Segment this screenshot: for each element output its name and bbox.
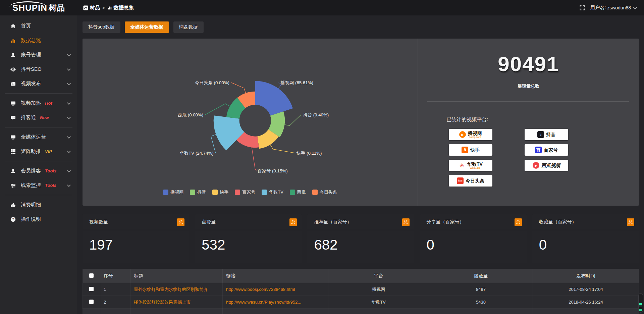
breadcrumb: 树品 > 数据总览 <box>83 5 134 11</box>
video-table: 序号标题链接平台播放量发布时间1室外水纹灯和室内水纹灯的区别和简介http://… <box>83 269 639 314</box>
sidebar-item-tag: Hot <box>45 101 52 106</box>
sidebar: 首页数据总览账号管理抖音SEO视频发布视频加热Hot抖客通New全媒体运营矩阵助… <box>0 15 77 314</box>
pie-slice-华数TV[interactable] <box>214 115 244 150</box>
legend-item-抖音[interactable]: 抖音 <box>190 189 206 195</box>
platform-badge-西瓜视频: ▶西瓜视频 <box>525 160 568 171</box>
widget-stripes-icon <box>639 303 642 311</box>
sidebar-item-抖音SEO[interactable]: 抖音SEO <box>0 62 77 76</box>
column-header-序号: 序号 <box>100 269 130 283</box>
username-value: zswodun88 <box>607 5 631 10</box>
username-menu[interactable]: 用户名: zswodun88 <box>590 5 637 11</box>
data-tabs: 抖音seo数据全媒体运营数据询盘数据 <box>83 21 639 33</box>
breadcrumb-current-label: 数据总览 <box>114 5 134 11</box>
sidebar-item-消费明细[interactable]: 消费明细 <box>0 198 77 212</box>
sidebar-item-抖客通[interactable]: 抖客通New <box>0 110 77 125</box>
sidebar-item-线索监控[interactable]: 线索监控Tools <box>0 178 77 193</box>
stat-card-value: 0 <box>532 230 639 253</box>
sidebar-item-全媒体运营[interactable]: 全媒体运营 <box>0 130 77 144</box>
sidebar-item-label: 消费明细 <box>21 202 41 208</box>
cell-title[interactable]: 楼体投影灯投影效果震撼上市 <box>130 296 223 309</box>
sidebar-item-首页[interactable]: 首页 <box>0 19 77 33</box>
chart-legend: 播视网抖音快手百家号华数TV西瓜今日头条 <box>83 179 418 206</box>
total-badge: 总 <box>177 218 184 226</box>
legend-item-播视网[interactable]: 播视网 <box>163 189 183 195</box>
stat-card-header: 收藏量（百家号）总 <box>532 214 639 230</box>
total-impressions-value: 90491 <box>418 52 639 76</box>
pie-label-line-华数TV <box>211 135 216 153</box>
home-icon <box>10 23 16 29</box>
column-header-发布时间: 发布时间 <box>533 269 639 283</box>
legend-item-西瓜[interactable]: 西瓜 <box>290 189 306 195</box>
cell-link[interactable]: http://www.wasu.cn/Play/show/id/952... <box>223 296 328 309</box>
app-logo[interactable]: SHUPIN 树品 <box>0 0 77 15</box>
monitor-icon <box>10 135 16 140</box>
legend-swatch <box>190 190 195 195</box>
chevron-down-icon <box>67 67 71 70</box>
breadcrumb-current[interactable]: 数据总览 <box>107 5 134 11</box>
sidebar-item-会员爆客[interactable]: 会员爆客Tools <box>0 164 77 178</box>
row-checkbox[interactable] <box>89 300 94 304</box>
legend-item-华数TV[interactable]: 华数TV <box>262 189 283 195</box>
help-icon: ? <box>10 217 16 222</box>
fullscreen-icon[interactable] <box>580 5 585 10</box>
legend-item-今日头条[interactable]: 今日头条 <box>312 189 337 195</box>
legend-item-快手[interactable]: 快手 <box>212 189 228 195</box>
pie-slice-播视网[interactable] <box>255 81 293 116</box>
legend-swatch <box>290 190 295 195</box>
row-checkbox[interactable] <box>89 287 94 291</box>
tab-抖音seo数据[interactable]: 抖音seo数据 <box>83 21 120 33</box>
row-select-cell <box>83 283 100 296</box>
sidebar-item-label: 全媒体运营 <box>21 134 46 140</box>
play-icon: ▶ <box>533 162 539 169</box>
platform-subtext: boosj.com <box>469 136 481 139</box>
sidebar-divider <box>5 195 72 195</box>
pie-label-line-快手 <box>270 145 294 153</box>
stat-card-视频数量: 视频数量总197 <box>83 214 189 263</box>
platforms-label: 已统计的视频平台: <box>446 116 639 123</box>
total-badge: 总 <box>402 218 410 226</box>
sidebar-item-label: 账号管理 <box>21 52 41 58</box>
sidebar-item-矩阵助推[interactable]: 矩阵助推VIP <box>0 144 77 159</box>
platform-name: 播视网 <box>468 131 482 136</box>
stat-card-header: 推荐量（百家号）总 <box>307 214 414 230</box>
cell-link[interactable]: http://www.boosj.com/7338468.html <box>223 283 328 296</box>
select-all-checkbox[interactable] <box>89 273 94 278</box>
username-label: 用户名: <box>590 5 606 11</box>
chat-icon <box>10 115 16 120</box>
sidebar-item-label: 首页 <box>21 23 31 29</box>
sidebar-item-tag: VIP <box>45 149 52 154</box>
sidebar-divider <box>5 93 72 94</box>
play-icon: ▶ <box>459 131 466 138</box>
legend-label: 抖音 <box>197 189 206 195</box>
chevron-down-icon <box>67 115 71 119</box>
platform-name: 百家号 <box>544 148 558 152</box>
sidebar-item-账号管理[interactable]: 账号管理 <box>0 48 77 62</box>
sidebar-item-视频发布[interactable]: 视频发布 <box>0 76 77 91</box>
row-select-cell <box>83 296 100 309</box>
legend-swatch <box>312 190 318 195</box>
legend-label: 播视网 <box>170 189 183 195</box>
platform-name: 华数TV <box>467 162 483 166</box>
tab-全媒体运营数据[interactable]: 全媒体运营数据 <box>125 21 169 33</box>
chevron-down-icon <box>67 81 71 85</box>
tab-询盘数据[interactable]: 询盘数据 <box>173 21 204 33</box>
sidebar-item-label: 视频加热 <box>21 100 41 106</box>
sidebar-item-数据总览[interactable]: 数据总览 <box>0 33 77 48</box>
breadcrumb-root[interactable]: 树品 <box>83 5 100 11</box>
breadcrumb-separator: > <box>102 5 105 10</box>
sidebar-item-操作说明[interactable]: ?操作说明 <box>0 212 77 226</box>
sidebar-item-label: 线索监控 <box>21 182 41 189</box>
cell-no: 2 <box>100 296 130 309</box>
chevron-down-icon <box>67 135 71 138</box>
pie-label-华数TV: 华数TV (24.74%) <box>180 151 214 156</box>
platform-badge-华数TV: ✳华数TVwasu.cn <box>449 160 492 171</box>
cell-title[interactable]: 室外水纹灯和室内水纹灯的区别和简介 <box>130 283 223 296</box>
table-row: 2楼体投影灯投影效果震撼上市http://www.wasu.cn/Play/sh… <box>83 296 639 309</box>
legend-item-百家号[interactable]: 百家号 <box>235 189 255 195</box>
floating-widget[interactable] <box>638 293 643 313</box>
chevron-down-icon <box>67 149 71 153</box>
sidebar-item-视频加热[interactable]: 视频加热Hot <box>0 96 77 110</box>
pie-label-快手: 快手 (0.11%) <box>296 151 322 156</box>
video-table-wrap: 序号标题链接平台播放量发布时间1室外水纹灯和室内水纹灯的区别和简介http://… <box>83 269 639 314</box>
cell-time: 2018-04-26 16:24 <box>533 296 639 309</box>
